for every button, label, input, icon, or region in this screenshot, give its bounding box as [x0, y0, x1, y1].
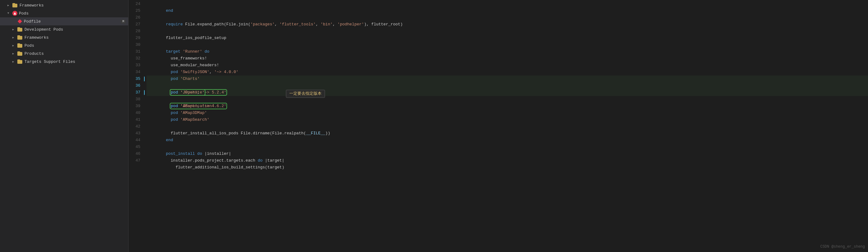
modified-badge: M [121, 20, 126, 24]
code-line-42: flutter_install_all_ios_pods File.dirnam… [147, 123, 868, 130]
sidebar-item-label: Frameworks [20, 3, 126, 8]
sidebar-item-label: Pods [25, 43, 126, 48]
arrow-icon: ▼ [7, 12, 12, 15]
sidebar-item-pods-inner[interactable]: ▶ Pods [0, 41, 128, 50]
code-editor: 24 25 26 27 28 29 30 31 32 33 34 35 36 3… [129, 0, 868, 252]
arrow-icon: ▶ [7, 4, 12, 7]
sidebar-item-frameworks-top[interactable]: ▶ Frameworks [0, 1, 128, 9]
watermark: CSDN @sheng_er_sheng [820, 245, 865, 249]
code-line-28: flutter_ios_podfile_setup [147, 28, 868, 35]
code-line-36: pod 'JOperate' [147, 82, 868, 89]
sidebar-item-podfile[interactable]: Podfile M [0, 17, 128, 25]
code-line-46: installer.pods_project.targets.each do |… [147, 151, 868, 157]
line-marker-35 [144, 76, 145, 82]
arrow-icon: ▶ [12, 44, 17, 48]
sidebar-item-label: Pods [19, 11, 126, 16]
sidebar-item-label: Products [25, 52, 126, 56]
arrow-icon: ▶ [12, 60, 17, 63]
podfile-icon [17, 19, 22, 24]
sidebar-item-products[interactable]: ▶ Products [0, 50, 128, 58]
code-line-26: require File.expand_path(File.join('pack… [147, 14, 868, 21]
code-line-24: end [147, 1, 868, 7]
code-line-33: pod 'SwiftyJSON', '~> 4.0.0' [147, 62, 868, 69]
pods-icon [12, 11, 17, 16]
folder-icon [17, 27, 23, 32]
code-line-39: pod 'AMap3DMap' [147, 103, 868, 109]
line-marker-37 [144, 90, 145, 95]
sidebar-item-pods[interactable]: ▼ Pods [0, 9, 128, 17]
code-line-37: pod 'JCore', '~> 4.6.2' 一定要去指定版本 [147, 89, 868, 96]
sidebar-item-label: Podfile [24, 19, 121, 24]
arrow-icon: ▶ [12, 28, 17, 31]
code-line-27 [147, 21, 868, 28]
code-line-38: pod 'AMapLocation' [147, 96, 868, 103]
code-line-44 [147, 137, 868, 144]
sidebar-item-frameworks-inner[interactable]: ▶ Frameworks [0, 33, 128, 41]
sidebar-item-label: Frameworks [25, 35, 126, 40]
code-line-47: flutter_additional_ios_build_settings(ta… [147, 157, 868, 164]
code-line-41 [147, 117, 868, 123]
folder-icon [12, 3, 18, 7]
sidebar-item-development-pods[interactable]: ▶ Development Pods [0, 25, 128, 33]
folder-icon [17, 59, 23, 64]
code-text: flutter_additional_ios_build_settings(ta… [166, 165, 284, 170]
code-line-40: pod 'AMapSearch' [147, 109, 868, 117]
folder-icon [17, 35, 23, 40]
code-line-32: use_modular_headers! [147, 55, 868, 62]
code-line-30: target 'Runner' do [147, 41, 868, 48]
arrow-icon: ▶ [12, 36, 17, 39]
code-lines: end require File.expand_path(File.join('… [144, 0, 868, 252]
code-line-29 [147, 35, 868, 41]
sidebar-item-label: Targets Support Files [25, 59, 126, 64]
code-line-35: pod 'JPush', '~> 5.2.4' [147, 75, 868, 82]
sidebar-item-label: Development Pods [25, 27, 126, 32]
arrow-icon: ▶ [12, 52, 17, 55]
line-numbers: 24 25 26 27 28 29 30 31 32 33 34 35 36 3… [129, 0, 144, 252]
sidebar: ▶ Frameworks ▼ Pods Podfile M ▶ Developm… [0, 0, 129, 252]
code-line-25 [147, 7, 868, 14]
folder-icon [17, 43, 23, 48]
folder-icon [17, 52, 23, 56]
code-line-34: pod 'Charts' [147, 69, 868, 75]
sidebar-item-targets-support[interactable]: ▶ Targets Support Files [0, 58, 128, 66]
code-line-43: end [147, 130, 868, 137]
code-line-31: use_frameworks! [147, 48, 868, 55]
code-line-45: post_install do |installer| [147, 144, 868, 151]
